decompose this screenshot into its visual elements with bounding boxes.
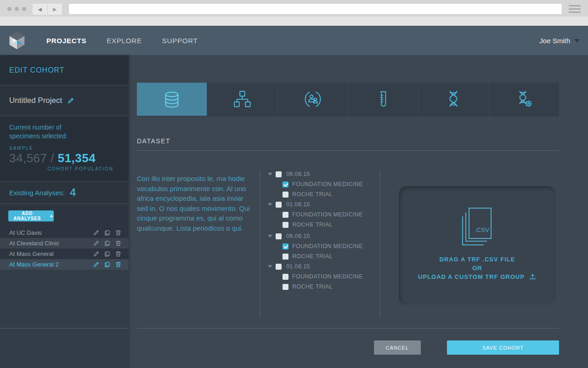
- checkbox[interactable]: [276, 171, 282, 177]
- checkbox[interactable]: [283, 212, 288, 218]
- collapse-triangle-icon[interactable]: [268, 173, 272, 176]
- sidebar-footer: [0, 328, 129, 368]
- specimens-label: Current number of specimens selected:: [9, 123, 92, 141]
- nav-item-support[interactable]: SUPPORT: [162, 37, 198, 45]
- tab-patients[interactable]: [278, 83, 348, 116]
- main-panel: DATASET Con illo inter proposito le, ma …: [129, 55, 588, 368]
- analysis-row[interactable]: At Cleveland Clinic: [0, 238, 129, 249]
- sidebar: EDIT COHORT Untitled Project Current num…: [0, 55, 129, 368]
- dropzone-upload-link[interactable]: UPLOAD A CUSTOM TRF GROUP: [418, 272, 537, 281]
- browser-menu-icon[interactable]: [569, 5, 581, 13]
- sitemap-icon: [232, 89, 253, 110]
- test-tube-icon: [373, 89, 394, 110]
- save-cohort-button[interactable]: SAVE COHORT: [447, 340, 559, 355]
- user-name: Joe Smith: [539, 37, 570, 45]
- trash-icon[interactable]: [115, 240, 122, 247]
- analysis-row-selected[interactable]: At Mass General 2: [0, 259, 129, 270]
- tree-item[interactable]: ROCHE TRIAL: [268, 220, 376, 230]
- cohort-tab-bar: [137, 83, 559, 116]
- add-analyses-button[interactable]: ADD ANALYSES +: [8, 210, 54, 221]
- pencil-icon[interactable]: [67, 97, 74, 104]
- tree-item[interactable]: ROCHE TRIAL: [268, 251, 376, 261]
- analysis-row[interactable]: At Mass General: [0, 249, 129, 259]
- section-title: DATASET: [137, 137, 170, 145]
- cancel-button[interactable]: CANCEL: [374, 340, 421, 355]
- divider: [260, 171, 260, 318]
- dataset-tree: 06.06.15 FOUNDATION MEDICINE ROCHE TRIAL…: [268, 169, 376, 292]
- tab-dna-settings[interactable]: [489, 83, 559, 116]
- tree-item[interactable]: ROCHE TRIAL: [268, 189, 376, 199]
- existing-analyses-label: Existing Analyses:: [9, 189, 65, 197]
- specimen-counts: 34,567 / 51,354: [9, 151, 119, 165]
- csv-pages-icon: .CSV: [456, 206, 498, 249]
- duplicate-icon[interactable]: [104, 240, 111, 247]
- tree-item[interactable]: FOUNDATION MEDICINE: [268, 209, 376, 220]
- browser-chrome: ◀ ▶: [0, 0, 588, 26]
- trash-icon[interactable]: [115, 229, 122, 236]
- divider: [380, 171, 380, 318]
- forward-button[interactable]: ▶: [47, 4, 62, 15]
- pencil-icon[interactable]: [93, 240, 100, 247]
- checkbox-checked[interactable]: [283, 181, 288, 187]
- collapse-triangle-icon[interactable]: [268, 203, 272, 206]
- tree-group[interactable]: 01.06.15: [268, 261, 376, 272]
- cube-logo-icon[interactable]: [6, 30, 28, 51]
- tab-sample[interactable]: [348, 83, 418, 116]
- tree-item[interactable]: ROCHE TRIAL: [268, 282, 376, 292]
- checkbox[interactable]: [276, 264, 282, 270]
- app-window: ◀ ▶ PROJECTS EXPLORE SUPPORT Joe Smith E…: [0, 0, 588, 368]
- tab-dataset[interactable]: [137, 83, 207, 116]
- project-name: Untitled Project: [9, 96, 62, 105]
- divider: [137, 328, 559, 328]
- address-bar[interactable]: [68, 3, 562, 15]
- pencil-icon[interactable]: [93, 250, 100, 257]
- tree-item[interactable]: FOUNDATION MEDICINE: [268, 241, 376, 251]
- trash-icon[interactable]: [115, 261, 122, 268]
- checkbox[interactable]: [283, 254, 288, 260]
- checkbox[interactable]: [283, 284, 288, 290]
- trash-icon[interactable]: [115, 250, 122, 257]
- csv-drop-zone[interactable]: .CSV DRAG A TRF .CSV FILE OR UPLOAD A CU…: [399, 186, 556, 306]
- checkbox-checked[interactable]: [283, 243, 288, 249]
- duplicate-icon[interactable]: [104, 229, 111, 236]
- duplicate-icon[interactable]: [104, 250, 111, 257]
- back-button[interactable]: ◀: [33, 4, 47, 15]
- chevron-down-icon: [574, 39, 580, 42]
- tree-group[interactable]: 06.06.15: [268, 231, 376, 241]
- user-menu[interactable]: Joe Smith: [539, 37, 580, 45]
- tree-item[interactable]: FOUNDATION MEDICINE: [268, 179, 376, 189]
- tree-item[interactable]: FOUNDATION MEDICINE: [268, 272, 376, 282]
- sample-count: 34,567: [9, 151, 47, 165]
- analyses-list-section: ADD ANALYSES + At UC Davis At Cleveland …: [0, 204, 129, 270]
- pencil-icon[interactable]: [93, 229, 100, 236]
- sample-label: SAMPLE: [9, 146, 119, 151]
- checkbox[interactable]: [283, 192, 288, 198]
- checkbox[interactable]: [283, 274, 288, 280]
- pencil-icon[interactable]: [93, 261, 100, 268]
- dna-icon: [443, 89, 464, 110]
- specimens-section: Current number of specimens selected: SA…: [0, 116, 129, 182]
- window-dots-icon: [7, 3, 26, 15]
- patients-circle-icon: [302, 89, 323, 110]
- checkbox[interactable]: [276, 202, 282, 208]
- tab-hierarchy[interactable]: [207, 83, 277, 116]
- nav-item-explore[interactable]: EXPLORE: [107, 37, 141, 45]
- checkbox[interactable]: [283, 222, 288, 228]
- project-name-section: Untitled Project: [0, 85, 129, 116]
- collapse-triangle-icon[interactable]: [268, 265, 272, 268]
- checkbox[interactable]: [276, 233, 282, 239]
- app-nav-bar: PROJECTS EXPLORE SUPPORT Joe Smith: [0, 26, 588, 55]
- collapse-triangle-icon[interactable]: [268, 235, 272, 238]
- nav-item-projects[interactable]: PROJECTS: [46, 37, 86, 45]
- dropzone-line1: DRAG A TRF .CSV FILE: [440, 255, 515, 264]
- tree-group[interactable]: 01.06.15: [268, 199, 376, 209]
- analysis-row[interactable]: At UC Davis: [0, 227, 129, 238]
- existing-analyses-count: 4: [70, 186, 76, 199]
- tree-group[interactable]: 06.06.15: [268, 169, 376, 179]
- tab-dna[interactable]: [418, 83, 489, 116]
- duplicate-icon[interactable]: [104, 261, 111, 268]
- dropzone-line2: OR: [472, 264, 482, 272]
- database-icon: [161, 89, 182, 110]
- dataset-description: Con illo inter proposito le, ma hodie vo…: [137, 174, 253, 233]
- existing-analyses-section: Existing Analyses: 4: [0, 182, 129, 204]
